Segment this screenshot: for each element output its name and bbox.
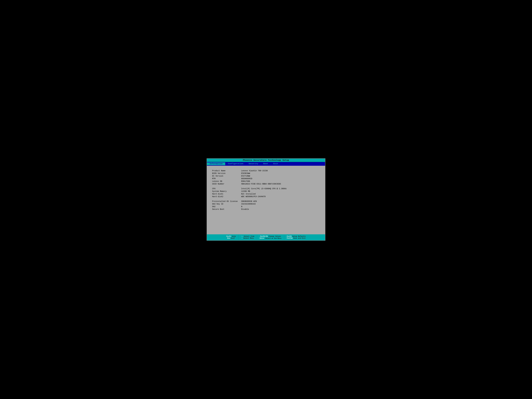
key-arrows-ud: ↑↓ (241, 235, 243, 237)
key-fn-f10: Fn+F10 (287, 237, 292, 239)
footer-help: Fn+F1 Help Esc Exit (224, 235, 238, 239)
menu-item-boot[interactable]: Boot (261, 162, 271, 165)
desc-save-exit: Save and Exit (293, 237, 306, 239)
menu-bar: Information Configuration Security Boot … (207, 162, 325, 166)
footer-divider-2 (257, 235, 257, 240)
desc-exit: Exit (231, 237, 235, 239)
menu-item-exit[interactable]: Exit (271, 162, 281, 165)
label-lenovo-sn: Lenovo SN (212, 180, 241, 182)
label-oa2: OA2 (212, 206, 241, 208)
desc-select-item: Select Item (244, 235, 254, 237)
label-secure-boot: Secure Boot (212, 208, 241, 210)
desc-change-values: Change Values (268, 235, 281, 237)
value-oa2: N (241, 206, 320, 208)
footer-change-values: Fn+F5/F6 Change Values Enter Select ▶ Su… (258, 235, 283, 239)
desc-select-menu: Select Menu (243, 237, 254, 239)
bios-screen: Phoenix SecureCore Technology Setup Info… (207, 158, 325, 241)
value-preinstalled-os: SDK0K09938 WIN (241, 200, 320, 203)
footer-bar: Fn+F1 Help Esc Exit ↑↓ Select Item ↔ Sel… (207, 234, 325, 241)
content-area: Product Name Lenovo XiaoXin 700-15ISK BI… (207, 166, 325, 234)
label-ec-version: EC Version (212, 175, 241, 177)
label-product-name: Product Name (212, 170, 241, 172)
menu-item-information[interactable]: Information (207, 162, 225, 165)
footer-divider-3 (284, 235, 284, 240)
label-mtm: MTM (212, 177, 241, 180)
value-ec-version: E5IT19WW (241, 175, 320, 177)
desc-help: Help (232, 235, 236, 237)
value-secure-boot: Disable (241, 208, 320, 210)
key-esc: Esc (227, 237, 230, 239)
value-cpu: Intel(R) Core(TM) i5-6300HQ CPU @ 2.30GH… (241, 188, 320, 190)
label-system-memory: System Memory (212, 190, 241, 192)
key-fn-f9: Fn+F9 (287, 235, 291, 237)
key-fn-f1: Fn+F1 (226, 235, 231, 237)
label-uuid: UUID Number (212, 183, 241, 185)
footer-setup-defaults: Fn+F9 Setup Defaults Fn+F10 Save and Exi… (285, 235, 308, 239)
menu-item-configuration[interactable]: Configuration (225, 162, 246, 165)
value-hard-disk2: WDC WD5000LPCX-24VHAT0 (241, 196, 320, 198)
desc-sub-menu: Select ▶ Sub-Menu (265, 237, 281, 239)
label-oa3-key-id: OA3 Key ID (212, 203, 241, 205)
key-arrows-lr: ↔ (242, 237, 242, 239)
label-bios-version: BIOS Version (212, 172, 241, 174)
label-hard-disk2: Hard disk2 (212, 196, 241, 198)
value-oa3-key-id: 3423323098343 (241, 203, 320, 205)
title-text: Phoenix SecureCore Technology Setup (243, 159, 289, 161)
key-enter: Enter (260, 237, 264, 239)
desc-setup-defaults: Setup Defaults (292, 235, 306, 237)
menu-item-security[interactable]: Security (246, 162, 261, 165)
key-fn-f5-f6: Fn+F5/F6 (260, 235, 268, 237)
label-cpu: CPU (212, 188, 241, 190)
label-preinstalled-os: Preinstalled OS license (212, 200, 241, 203)
value-product-name: Lenovo XiaoXin 700-15ISK (241, 170, 320, 172)
value-lenovo-sn: R90LF50K (241, 180, 320, 182)
value-bios-version: E5CN53WW (241, 172, 320, 174)
label-hard-disk1: Hard disk1 (212, 193, 241, 195)
value-system-memory: 12288 MB (241, 190, 320, 192)
value-mtm: 80SH0009CD (241, 177, 320, 180)
footer-select-item: ↑↓ Select Item ↔ Select Menu (239, 235, 256, 239)
title-bar: Phoenix SecureCore Technology Setup (207, 158, 325, 162)
info-table: Product Name Lenovo XiaoXin 700-15ISK BI… (212, 170, 320, 210)
value-uuid: 5BA1AD22-FC6E-E611-8BB4-6B07158C5EDC (241, 183, 320, 185)
value-hard-disk1: Not Installed (241, 193, 320, 195)
